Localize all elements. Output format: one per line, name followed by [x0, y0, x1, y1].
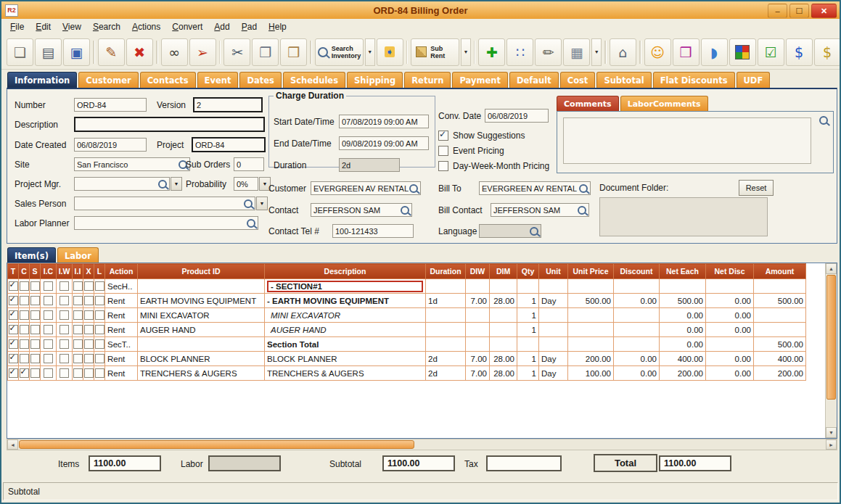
row-checkbox[interactable]: [73, 352, 83, 366]
row-checkbox[interactable]: [30, 308, 41, 323]
calendar-dropdown[interactable]: ▼: [591, 38, 602, 66]
row-checkbox[interactable]: [41, 352, 57, 366]
cell-unit-price[interactable]: 200.00: [568, 352, 614, 366]
cell-description[interactable]: AUGER HAND: [265, 323, 426, 337]
cell-qty[interactable]: 1: [517, 308, 539, 323]
cell-qty[interactable]: 1: [517, 352, 539, 366]
description-field[interactable]: [74, 117, 265, 132]
row-checkbox[interactable]: [73, 294, 83, 308]
cell-unit-price[interactable]: [568, 337, 614, 352]
row-checkbox[interactable]: [30, 294, 41, 308]
cell-unit[interactable]: Day: [539, 366, 568, 381]
cell-diw[interactable]: [466, 337, 490, 352]
row-checkbox[interactable]: [83, 308, 94, 323]
tab-default[interactable]: Default: [509, 72, 559, 88]
add-icon[interactable]: ✚: [478, 38, 505, 66]
cell-description[interactable]: - EARTH MOVING EQUIPMENT: [265, 294, 426, 308]
cell-description[interactable]: MINI EXCAVATOR: [265, 308, 426, 323]
row-checkbox[interactable]: [73, 337, 83, 352]
cell-dim[interactable]: [490, 337, 517, 352]
cell-duration[interactable]: [426, 323, 466, 337]
scroll-down-arrow[interactable]: ▼: [826, 427, 837, 438]
tab-flat-discounts[interactable]: Flat Discounts: [653, 72, 735, 88]
sub-rent-dropdown[interactable]: ▼: [461, 38, 471, 66]
cell-dim[interactable]: 28.00: [490, 294, 517, 308]
row-checkbox[interactable]: [8, 323, 19, 337]
cell-qty[interactable]: [517, 279, 539, 294]
row-checkbox[interactable]: [94, 323, 105, 337]
cell-unit-price[interactable]: [568, 308, 614, 323]
version-field[interactable]: 2: [193, 97, 263, 112]
vertical-scrollbar[interactable]: ▲ ▼: [825, 263, 837, 438]
cell-unit[interactable]: Day: [539, 294, 568, 308]
cell-dim[interactable]: 28.00: [490, 352, 517, 366]
column-header-i-w[interactable]: I.W: [57, 264, 73, 279]
search-icon[interactable]: [158, 180, 167, 189]
row-checkbox[interactable]: [57, 352, 73, 366]
mouse-icon[interactable]: ◗: [701, 38, 728, 66]
row-checkbox[interactable]: [41, 294, 57, 308]
search-icon[interactable]: [578, 206, 586, 215]
column-header-c[interactable]: C: [19, 264, 30, 279]
cell-dim[interactable]: [490, 308, 517, 323]
menu-search[interactable]: Search: [87, 20, 126, 33]
tab-cost[interactable]: Cost: [560, 72, 596, 88]
cell-unit[interactable]: Day: [539, 352, 568, 366]
cell-diw[interactable]: 7.00: [466, 294, 490, 308]
row-checkbox[interactable]: [57, 337, 73, 352]
cell-net-disc[interactable]: 0.00: [706, 366, 754, 381]
cell-dim[interactable]: [490, 279, 517, 294]
group-icon[interactable]: ∷: [506, 38, 533, 66]
cell-qty[interactable]: 1: [517, 294, 539, 308]
column-header-discount[interactable]: Discount: [614, 264, 660, 279]
tab-return[interactable]: Return: [404, 72, 451, 88]
scroll-left-arrow[interactable]: ◄: [7, 439, 18, 450]
row-checkbox[interactable]: [30, 366, 41, 381]
conv-date-field[interactable]: 06/08/2019: [485, 109, 549, 123]
row-checkbox[interactable]: [83, 279, 94, 294]
row-checkbox[interactable]: [57, 366, 73, 381]
checkbox-icon[interactable]: [438, 146, 448, 156]
scroll-right-arrow[interactable]: ►: [826, 439, 837, 450]
row-checkbox[interactable]: [94, 352, 105, 366]
row-checkbox[interactable]: [8, 279, 19, 294]
tab-dates[interactable]: Dates: [239, 72, 281, 88]
tab-schedules[interactable]: Schedules: [283, 72, 345, 88]
row-checkbox[interactable]: [8, 366, 19, 381]
close-button[interactable]: ✕: [811, 4, 837, 18]
contact-tel-field[interactable]: 100-121433: [332, 224, 414, 238]
search-icon[interactable]: [409, 184, 418, 193]
column-header-i-c[interactable]: I.C: [41, 264, 57, 279]
sub-rent-button[interactable]: Sub Rent: [411, 38, 459, 66]
column-header-duration[interactable]: Duration: [426, 264, 466, 279]
row-checkbox[interactable]: [73, 308, 83, 323]
cell-unit[interactable]: [539, 308, 568, 323]
cell-amount[interactable]: 400.00: [754, 352, 806, 366]
cell-unit[interactable]: [539, 337, 568, 352]
cell-product-id[interactable]: [138, 279, 265, 294]
row-checkbox[interactable]: [94, 337, 105, 352]
contact-field[interactable]: JEFFERSON SAM: [311, 203, 412, 217]
currency-exchange-icon[interactable]: $: [786, 38, 813, 66]
cell-unit-price[interactable]: [568, 279, 614, 294]
menu-add[interactable]: Add: [208, 20, 235, 33]
tab-event[interactable]: Event: [197, 72, 239, 88]
cell-action[interactable]: SecT..: [105, 337, 138, 352]
row-checkbox[interactable]: [8, 352, 19, 366]
cell-qty[interactable]: 1: [517, 323, 539, 337]
menu-edit[interactable]: Edit: [30, 20, 57, 33]
binoculars-icon[interactable]: ∞: [161, 38, 188, 66]
cell-amount[interactable]: 500.00: [754, 337, 806, 352]
row-checkbox[interactable]: [19, 337, 30, 352]
row-checkbox[interactable]: [57, 294, 73, 308]
column-header-net-each[interactable]: Net Each: [660, 264, 706, 279]
cell-product-id[interactable]: MINI EXCAVATOR: [138, 308, 265, 323]
cell-description[interactable]: TRENCHERS & AUGERS: [265, 366, 426, 381]
tab-laborcomments[interactable]: LaborComments: [620, 96, 708, 111]
row-checkbox[interactable]: [30, 352, 41, 366]
menu-convert[interactable]: Convert: [166, 20, 208, 33]
cell-product-id[interactable]: EARTH MOVING EQUIPMENT: [138, 294, 265, 308]
search-icon[interactable]: [530, 227, 538, 236]
column-header-product-id[interactable]: Product ID: [138, 264, 265, 279]
tab-customer[interactable]: Customer: [78, 72, 138, 88]
